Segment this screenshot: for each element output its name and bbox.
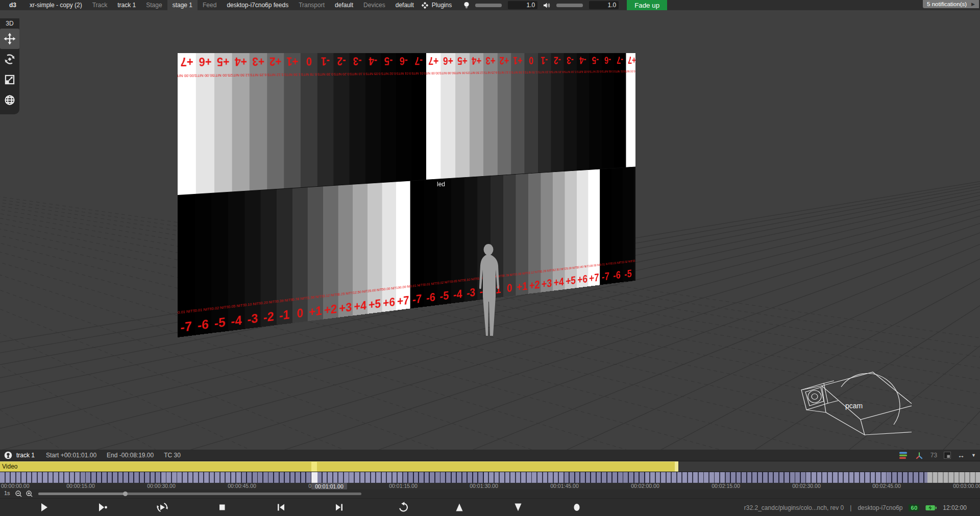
stage-viewport[interactable]: 0.01 NITS-70.01 NITS-60.02 NITS-50.05 NI…: [0, 10, 980, 450]
stop-value-label: +1: [511, 55, 524, 66]
move-tool-button[interactable]: [0, 29, 19, 49]
performance-meter-icon[interactable]: [944, 452, 951, 459]
ruler-out-of-range: [927, 472, 980, 483]
up-arrow-button[interactable]: [450, 500, 469, 514]
feed-menu-label[interactable]: Feed: [198, 2, 222, 9]
globe-tool-button[interactable]: [0, 90, 19, 110]
status-separator: |: [850, 504, 851, 511]
record-button[interactable]: [568, 500, 586, 514]
zoom-in-icon[interactable]: [26, 490, 33, 498]
timecode-label: 00:01:30.00: [470, 483, 498, 489]
layers-icon[interactable]: [899, 452, 908, 459]
video-layer-block[interactable]: Video: [0, 461, 678, 472]
notifications-bar[interactable]: 5 notification(s) ▶: [923, 0, 979, 8]
fps-badge: 60: [909, 504, 919, 511]
nits-value-label: 0.02 NITS: [589, 70, 601, 74]
track-menu-value[interactable]: track 1: [112, 2, 141, 9]
play-button[interactable]: [34, 500, 53, 514]
devices-menu-value[interactable]: default: [390, 2, 419, 9]
grayscale-bar: 0.78 NITS0: [503, 175, 516, 297]
notifications-expand-icon[interactable]: ▶: [971, 2, 975, 7]
timecode-label: 00:02:45.00: [872, 483, 900, 489]
stop-value-label: -1: [317, 55, 334, 67]
track-keyhole-icon[interactable]: [4, 451, 12, 459]
return-to-start-button[interactable]: [394, 500, 412, 514]
grayscale-bar: 0.78 NITS0: [292, 187, 308, 323]
stop-value-label: -5: [589, 54, 601, 65]
timeline-ruler[interactable]: [0, 472, 980, 483]
nits-value-label: 0.02 NITS: [623, 259, 634, 264]
track-menu-label[interactable]: Track: [87, 2, 113, 9]
stop-value-label: +5: [455, 55, 470, 67]
loop-play-button[interactable]: [153, 500, 172, 514]
volume-slider[interactable]: [556, 4, 583, 7]
stop-button[interactable]: [213, 500, 231, 514]
stop-value-label: +6: [196, 55, 214, 68]
play-to-next-button[interactable]: [93, 500, 111, 514]
nits-value-label: 0.10 NITS: [564, 70, 577, 74]
stop-value-label: +6: [382, 294, 396, 310]
nits-value-label: 0.20 NITS: [261, 299, 277, 305]
nits-value-label: 50.00 NITS: [196, 73, 214, 78]
timeline-scrollbar-handle[interactable]: [123, 492, 128, 496]
next-section-button[interactable]: [330, 500, 349, 514]
layer-lane: Video: [0, 461, 980, 472]
video-layer-label: Video: [0, 463, 17, 470]
stop-value-label: -6: [611, 268, 623, 282]
grayscale-bar: 1.56 NITS+1: [284, 53, 301, 188]
layer-resize-handle[interactable]: [675, 461, 678, 472]
timecode-labels-row: 00:03:00.0000:02:45.0000:02:30.0000:02:1…: [0, 483, 980, 489]
grayscale-bar: 50.00 NITS+6: [382, 182, 396, 312]
grayscale-bar: 100.00 NITS+7: [178, 53, 196, 195]
down-arrow-button[interactable]: [509, 500, 527, 514]
fade-up-button[interactable]: Fade up: [627, 0, 667, 10]
project-menu[interactable]: xr-simple - copy (2): [24, 2, 87, 9]
ruler-playhead[interactable]: [311, 472, 317, 483]
brightness-value-field[interactable]: 1.0: [508, 1, 537, 9]
stop-value-label: +5: [214, 55, 232, 68]
battery-charging-icon: [925, 505, 937, 511]
feed-menu-value[interactable]: desktop-i7cno6p feeds: [222, 2, 293, 9]
nits-value-label: 0.02 NITS: [437, 280, 451, 285]
devices-menu-label[interactable]: Devices: [358, 2, 390, 9]
grayscale-bar: 0.01 NITS-6: [396, 53, 411, 181]
stop-value-label: -7: [410, 291, 424, 307]
nits-value-label: 6.25 NITS: [338, 290, 353, 297]
stop-value-label: -6: [602, 54, 614, 65]
timeline-scrollbar-fill: [38, 493, 125, 495]
axis-gizmo-icon[interactable]: [915, 451, 924, 460]
nits-value-label: 0.01 NITS: [600, 262, 611, 267]
collapse-panel-icon[interactable]: ▼: [971, 453, 976, 458]
brightness-slider[interactable]: [475, 4, 502, 7]
previous-section-button[interactable]: [272, 500, 290, 514]
stage-menu-value[interactable]: stage 1: [167, 0, 198, 10]
rotate-tool-button[interactable]: [0, 49, 19, 69]
grayscale-bar: 6.25 NITS+3: [541, 172, 553, 292]
zoom-out-icon[interactable]: [15, 490, 22, 498]
rotate-icon: [4, 53, 16, 65]
view-mode-label[interactable]: 3D: [0, 18, 19, 29]
globe-icon: [4, 94, 16, 106]
volume-value-field[interactable]: 1.0: [589, 1, 619, 9]
led-wall[interactable]: 0.01 NITS-70.01 NITS-60.02 NITS-50.05 NI…: [178, 53, 635, 337]
timecode-label: 00:02:15.00: [712, 483, 740, 489]
grayscale-bar: 1.56 NITS+1: [308, 186, 323, 321]
track-name[interactable]: track 1: [16, 452, 35, 459]
machine-name: desktop-i7cno6p: [857, 504, 902, 511]
grayscale-bar: 50.00 NITS+6: [441, 53, 455, 179]
expand-horizontal-icon[interactable]: ↔: [958, 451, 965, 459]
grayscale-bar: 100.00 NITS+7: [396, 181, 410, 310]
camera-wireframe[interactable]: pcam: [795, 359, 912, 437]
scale-tool-button[interactable]: [0, 69, 19, 90]
app-menu-d3[interactable]: d3: [4, 2, 24, 9]
plugins-menu[interactable]: Plugins: [431, 2, 457, 9]
transport-menu-label[interactable]: Transport: [293, 2, 330, 9]
timeline-scrollbar[interactable]: [38, 493, 361, 495]
nits-value-label: 50.00 NITS: [382, 286, 396, 291]
transport-controls: r32.2_candc/plugins/colo...nch, rev 0 | …: [0, 498, 980, 516]
next-section-icon: [333, 501, 346, 513]
grayscale-bar: 0.01 NITS-6: [611, 168, 623, 284]
nits-value-label: 25.00 NITS: [565, 265, 576, 271]
transport-menu-value[interactable]: default: [330, 2, 358, 9]
stage-menu-label[interactable]: Stage: [141, 2, 167, 9]
